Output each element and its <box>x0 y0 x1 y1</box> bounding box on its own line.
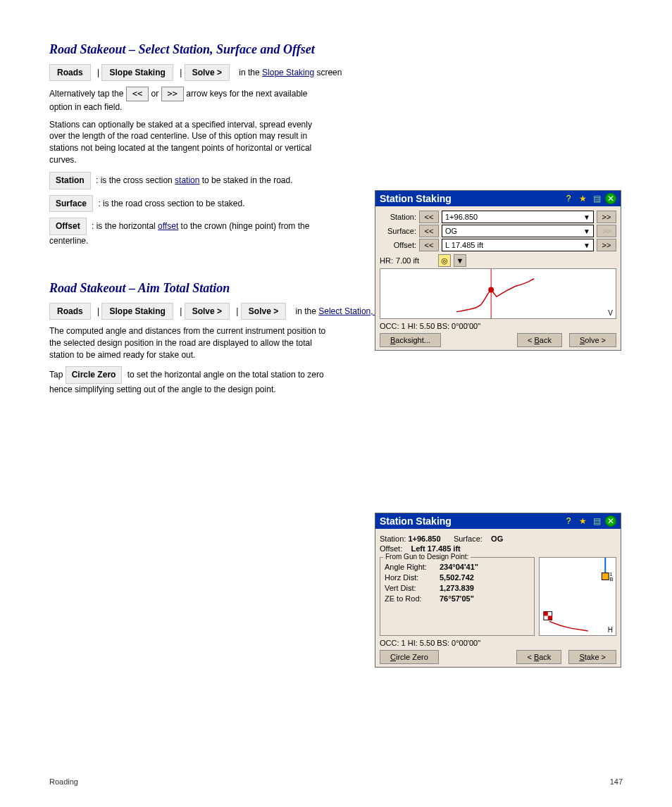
plot-axis-label: V <box>608 309 613 317</box>
svg-rect-3 <box>602 573 609 580</box>
offset-label: Offset <box>49 218 87 235</box>
profile-svg <box>380 269 616 319</box>
surface-next-disabled: >> <box>597 225 616 237</box>
help-icon[interactable]: ? <box>563 193 574 204</box>
back-button[interactable]: < Back <box>516 650 561 664</box>
station-link[interactable]: station <box>175 175 199 185</box>
clipboard-icon[interactable]: ▤ <box>591 515 602 527</box>
circle-zero-button[interactable]: Circle Zero <box>380 650 439 664</box>
info-offset: Left 17.485 ift <box>411 544 460 553</box>
station-next[interactable]: >> <box>597 211 616 223</box>
kv-vert-dist: Vert Dist:1,273.839 <box>385 584 530 592</box>
info-surface: OG <box>491 534 503 543</box>
crumb-slope-staking: Slope Staking <box>101 64 173 81</box>
section1-left-column: Alternatively tap the << or >> arrow key… <box>49 87 328 247</box>
next-button[interactable]: >> <box>161 87 184 101</box>
target-icon[interactable]: ◎ <box>438 254 451 267</box>
row-station: Station: << 1+96.850▼ >> <box>380 211 616 223</box>
chevron-down-icon[interactable]: ▼ <box>583 242 590 249</box>
star-icon[interactable]: ★ <box>577 515 588 527</box>
profile-plot: V <box>380 268 616 319</box>
para-station: Station : is the cross section station t… <box>49 172 328 189</box>
crumb-solve: Solve > <box>185 64 230 81</box>
prev-button[interactable]: << <box>126 87 149 101</box>
offset-prev[interactable]: << <box>419 239 439 251</box>
star-icon[interactable]: ★ <box>577 193 588 204</box>
screenshot2-buttons: Circle Zero < Back Stake > <box>380 650 616 664</box>
crumb-roads: Roads <box>49 64 91 81</box>
crumb2-roads: Roads <box>49 303 91 320</box>
svg-rect-7 <box>544 612 548 616</box>
screenshot1-buttons: Backsight... < Back Solve > <box>380 333 616 347</box>
para2-2: Tap Circle Zero to set the horizontal an… <box>49 366 328 396</box>
screenshot1-title: Station Staking <box>380 193 452 204</box>
hr-label: HR: <box>380 256 393 265</box>
plan-svg: 1 B <box>540 558 616 634</box>
after-path: in the Slope Staking screen <box>239 68 342 77</box>
chevron-down-icon[interactable]: ▼ <box>583 213 590 221</box>
station-label: Station <box>49 172 91 189</box>
circle-zero-ref: Circle Zero <box>66 366 123 384</box>
station-row-label: Station: <box>380 213 416 221</box>
screenshot2-titlebar: Station Staking ? ★ ▤ ✕ <box>375 513 621 529</box>
gun-to-design-panel: From Gun to Design Point: Angle Right:23… <box>380 557 535 636</box>
para2-1: The computed angle and distances from th… <box>49 325 328 361</box>
para-surface: Surface : is the road cross section to b… <box>49 195 328 213</box>
svg-point-1 <box>488 287 494 293</box>
screenshot2-info: Station: 1+96.850 Surface: OG Offset: Le… <box>380 532 616 556</box>
solve-button[interactable]: Solve > <box>569 333 616 347</box>
screenshot2-body: Station: 1+96.850 Surface: OG Offset: Le… <box>375 529 621 667</box>
svg-text:B: B <box>609 576 613 582</box>
info-station: 1+96.850 <box>408 534 440 543</box>
footer-right: 147 <box>610 777 623 786</box>
occ-status: OCC: 1 HI: 5.50 BS: 0°00'00" <box>380 322 616 330</box>
svg-rect-8 <box>548 615 552 620</box>
offset-next[interactable]: >> <box>597 239 616 251</box>
section1-title: Road Stakeout – Select Station, Surface … <box>49 42 623 57</box>
screenshot2-window: Station Staking ? ★ ▤ ✕ Station: 1+96.85… <box>375 513 621 668</box>
crumb2-solve1: Solve > <box>185 303 230 320</box>
surface-row-label: Surface: <box>380 227 416 235</box>
kv-angle-right: Angle Right:234°04'41" <box>385 563 530 571</box>
gun-to-design-wrap: From Gun to Design Point: Angle Right:23… <box>380 557 616 636</box>
para-interval: Stations can optionally be staked at a s… <box>49 119 328 166</box>
screenshot1-body: Station: << 1+96.850▼ >> Surface: << OG▼… <box>375 206 621 350</box>
offset-link[interactable]: offset <box>158 221 178 231</box>
section2-left-column: The computed angle and distances from th… <box>49 325 328 396</box>
stake-button[interactable]: Stake > <box>568 650 616 664</box>
close-icon[interactable]: ✕ <box>605 193 616 204</box>
chevron-down-icon[interactable]: ▼ <box>583 227 590 235</box>
plan-plot: 1 B H <box>539 557 616 636</box>
occ-status2: OCC: 1 HI: 5.50 BS: 0°00'00" <box>380 639 616 647</box>
surface-prev[interactable]: << <box>419 225 439 237</box>
screenshot1-titlebar: Station Staking ? ★ ▤ ✕ <box>375 191 621 206</box>
surface-field[interactable]: OG▼ <box>442 225 594 237</box>
crumb2-slope-staking: Slope Staking <box>101 303 173 320</box>
chevron-down-icon[interactable]: ▼ <box>454 254 466 267</box>
clipboard-icon[interactable]: ▤ <box>591 193 602 204</box>
page-footer: Roading 147 <box>49 777 623 786</box>
hr-field[interactable]: 7.00 ift <box>396 256 435 265</box>
section1-breadcrumb: Roads | Slope Staking | Solve > in the S… <box>49 64 623 81</box>
back-button[interactable]: < Back <box>517 333 562 347</box>
para-offset: Offset : is the horizontal offset to the… <box>49 218 328 247</box>
station-prev[interactable]: << <box>419 211 439 223</box>
footer-left: Roading <box>49 777 78 786</box>
kv-horz-dist: Horz Dist:5,502.742 <box>385 573 530 582</box>
offset-field[interactable]: L 17.485 ift▼ <box>442 239 594 251</box>
screenshot2-title: Station Staking <box>380 515 452 527</box>
station-field[interactable]: 1+96.850▼ <box>442 211 594 223</box>
close-icon[interactable]: ✕ <box>605 515 616 527</box>
offset-row-label: Offset: <box>380 241 416 249</box>
crumb2-solve2: Solve > <box>241 303 286 320</box>
hr-row: HR: 7.00 ift ◎ ▼ <box>380 254 616 267</box>
backsight-button[interactable]: Backsight... <box>380 333 441 347</box>
gp-legend: From Gun to Design Point: <box>383 553 471 561</box>
screenshot1-window: Station Staking ? ★ ▤ ✕ Station: << 1+96… <box>375 190 621 351</box>
crossref-slope-staking[interactable]: Slope Staking <box>262 68 314 77</box>
row-offset: Offset: << L 17.485 ift▼ >> <box>380 239 616 251</box>
help-icon[interactable]: ? <box>563 515 574 527</box>
row-surface: Surface: << OG▼ >> <box>380 225 616 237</box>
page: Road Stakeout – Select Station, Surface … <box>0 0 672 807</box>
para-nav-hint: Alternatively tap the << or >> arrow key… <box>49 87 328 113</box>
